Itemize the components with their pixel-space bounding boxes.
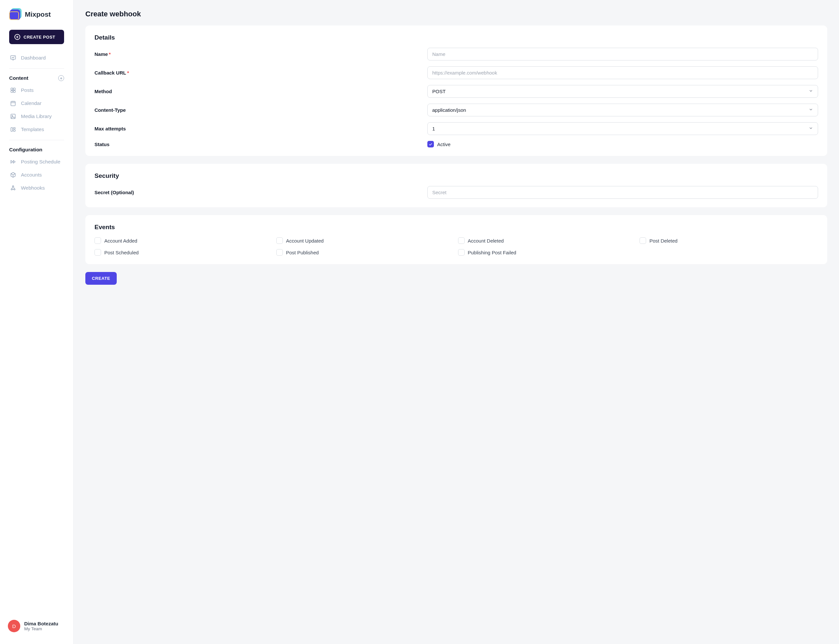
user-menu[interactable]: D Dima Botezatu My Team: [0, 614, 73, 637]
status-label: Status: [94, 141, 427, 147]
svg-rect-9: [13, 128, 15, 129]
chevron-down-icon: [809, 126, 813, 131]
events-card: Events Account Added Account Updated Acc…: [86, 215, 827, 264]
checkbox[interactable]: [94, 237, 101, 244]
avatar-initial: D: [12, 623, 16, 629]
required-mark: *: [127, 70, 129, 76]
field-secret: Secret (Optional): [94, 186, 818, 199]
avatar: D: [8, 620, 20, 632]
label-text: Callback URL: [94, 70, 126, 76]
checkbox[interactable]: [276, 237, 283, 244]
brand-name: Mixpost: [25, 10, 51, 18]
calendar-icon: [10, 100, 16, 107]
checkbox[interactable]: [640, 237, 646, 244]
sidebar-item-label: Calendar: [21, 100, 41, 106]
add-content-button[interactable]: +: [58, 75, 64, 81]
event-post-deleted[interactable]: Post Deleted: [640, 237, 818, 244]
grid-icon: [10, 87, 16, 94]
image-icon: [10, 113, 16, 120]
event-label: Post Scheduled: [104, 250, 139, 255]
sidebar-item-webhooks[interactable]: Webhooks: [0, 181, 73, 194]
checkbox[interactable]: [94, 249, 101, 256]
event-post-scheduled[interactable]: Post Scheduled: [94, 249, 273, 256]
section-header-content: Content +: [0, 72, 73, 84]
event-publishing-post-failed[interactable]: Publishing Post Failed: [458, 249, 637, 256]
create-button[interactable]: CREATE: [86, 272, 117, 285]
event-post-published[interactable]: Post Published: [276, 249, 455, 256]
create-post-label: CREATE POST: [23, 34, 55, 39]
brand-logo-icon: [9, 8, 21, 21]
svg-rect-8: [11, 128, 12, 131]
event-account-updated[interactable]: Account Updated: [276, 237, 455, 244]
sidebar-item-calendar[interactable]: Calendar: [0, 97, 73, 110]
sidebar-item-dashboard[interactable]: Dashboard: [0, 51, 73, 64]
content-type-label: Content-Type: [94, 107, 427, 113]
checkbox[interactable]: [458, 237, 465, 244]
field-name: Name*: [94, 48, 818, 61]
sidebar: Mixpost + CREATE POST Dashboard Content …: [0, 0, 74, 644]
sidebar-item-label: Media Library: [21, 113, 52, 119]
secret-input[interactable]: [427, 186, 818, 199]
secret-label: Secret (Optional): [94, 190, 427, 195]
svg-rect-2: [13, 88, 15, 90]
sidebar-item-label: Templates: [21, 127, 44, 132]
dashboard-icon: [10, 54, 16, 61]
active-label: Active: [437, 141, 451, 147]
svg-point-7: [12, 115, 13, 117]
select-value: application/json: [432, 107, 466, 113]
templates-icon: [10, 126, 16, 133]
active-checkbox[interactable]: [427, 141, 434, 148]
method-select[interactable]: POST: [427, 85, 818, 98]
details-card: Details Name* Callback URL* Method: [86, 26, 827, 156]
sidebar-item-label: Webhooks: [21, 185, 45, 191]
callback-url-input[interactable]: [427, 66, 818, 79]
sidebar-item-posting-schedule[interactable]: Posting Schedule: [0, 155, 73, 168]
event-label: Post Published: [286, 250, 319, 255]
event-label: Account Deleted: [468, 238, 504, 243]
create-post-button[interactable]: + CREATE POST: [9, 30, 64, 44]
svg-point-11: [11, 189, 12, 190]
divider: [9, 68, 64, 69]
section-title: Content: [9, 75, 28, 81]
event-label: Account Updated: [286, 238, 324, 243]
svg-rect-1: [11, 88, 13, 90]
user-team: My Team: [24, 626, 58, 631]
required-mark: *: [109, 51, 111, 57]
callback-url-label: Callback URL*: [94, 70, 427, 76]
label-text: Name: [94, 51, 108, 57]
webhook-icon: [10, 185, 16, 191]
details-title: Details: [94, 34, 818, 41]
field-callback-url: Callback URL*: [94, 66, 818, 79]
max-attempts-select[interactable]: 1: [427, 122, 818, 135]
section-title: Configuration: [9, 147, 43, 153]
brand[interactable]: Mixpost: [0, 8, 73, 26]
plus-circle-icon: +: [15, 34, 20, 40]
sidebar-item-label: Dashboard: [21, 55, 46, 61]
checkbox[interactable]: [276, 249, 283, 256]
cube-icon: [10, 172, 16, 178]
sidebar-item-templates[interactable]: Templates: [0, 123, 73, 136]
user-name: Dima Botezatu: [24, 621, 58, 626]
name-input[interactable]: [427, 48, 818, 61]
event-account-added[interactable]: Account Added: [94, 237, 273, 244]
svg-rect-10: [13, 130, 15, 131]
sidebar-item-media-library[interactable]: Media Library: [0, 110, 73, 123]
method-label: Method: [94, 89, 427, 94]
checkbox[interactable]: [458, 249, 465, 256]
events-title: Events: [94, 223, 818, 231]
content-type-select[interactable]: application/json: [427, 104, 818, 117]
event-account-deleted[interactable]: Account Deleted: [458, 237, 637, 244]
select-value: 1: [432, 126, 435, 131]
security-card: Security Secret (Optional): [86, 164, 827, 207]
security-title: Security: [94, 172, 818, 179]
divider: [9, 140, 64, 140]
event-label: Publishing Post Failed: [468, 250, 516, 255]
field-max-attempts: Max attempts 1: [94, 122, 818, 135]
section-header-configuration: Configuration: [0, 144, 73, 155]
sidebar-item-accounts[interactable]: Accounts: [0, 168, 73, 181]
chevron-down-icon: [809, 89, 813, 94]
sidebar-item-posts[interactable]: Posts: [0, 84, 73, 97]
sidebar-item-label: Accounts: [21, 172, 42, 178]
field-status: Status Active: [94, 141, 818, 148]
fast-forward-icon: [10, 159, 16, 165]
